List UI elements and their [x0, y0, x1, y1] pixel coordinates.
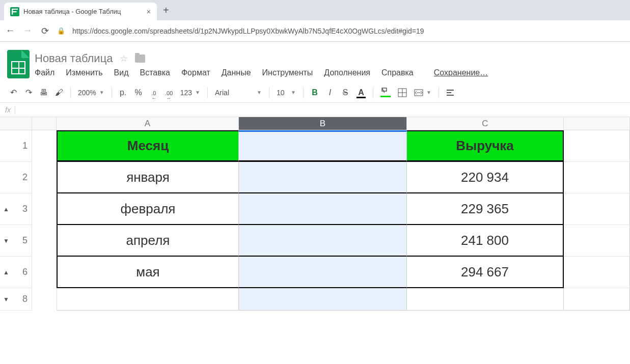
cell-c2[interactable]: 220 934: [407, 162, 564, 193]
cell-b2[interactable]: [239, 162, 407, 193]
increase-decimal-button[interactable]: .00→: [163, 86, 175, 99]
menu-data[interactable]: Данные: [222, 68, 251, 77]
paint-format-button[interactable]: 🖌: [53, 86, 65, 99]
col-header-a[interactable]: A: [57, 117, 239, 130]
tab-title: Новая таблица - Google Таблиц: [23, 8, 143, 15]
menu-edit[interactable]: Изменить: [66, 68, 102, 77]
row-header-3[interactable]: ▲3: [0, 193, 32, 225]
strikethrough-button[interactable]: S: [339, 86, 351, 99]
menu-tools[interactable]: Инструменты: [262, 68, 313, 77]
zoom-select[interactable]: 200%▼: [76, 89, 106, 97]
col-header-c[interactable]: C: [407, 117, 564, 130]
cell-b5[interactable]: [239, 225, 407, 257]
doc-title[interactable]: Новая таблица: [35, 52, 113, 65]
cell-c3[interactable]: 229 365: [407, 193, 564, 225]
cell-d5[interactable]: [564, 225, 630, 257]
align-button[interactable]: [444, 89, 456, 96]
cell-c6[interactable]: 294 667: [407, 257, 564, 288]
back-button[interactable]: ←: [5, 25, 15, 36]
percent-button[interactable]: %: [132, 86, 145, 99]
lock-icon: 🔒: [57, 27, 65, 35]
italic-button[interactable]: I: [324, 86, 336, 99]
browser-tabs: Новая таблица - Google Таблиц × +: [0, 0, 630, 20]
borders-button[interactable]: [396, 86, 409, 99]
cell-c8[interactable]: [407, 288, 564, 311]
menu-addons[interactable]: Дополнения: [324, 68, 370, 77]
cell-b8[interactable]: [239, 288, 407, 311]
text-color-button[interactable]: [354, 86, 368, 99]
cell-d2[interactable]: [564, 162, 630, 193]
row-header-6[interactable]: ▲6: [0, 257, 32, 288]
col-header-spacer: [32, 117, 57, 130]
font-size-select[interactable]: 10▼: [275, 89, 298, 97]
menu-help[interactable]: Справка: [381, 68, 414, 77]
save-status: Сохранение…: [434, 68, 488, 77]
toolbar: ↶ ↷ 🖶 🖌 200%▼ р. % .0← .00→ 123▼ Arial▼ …: [0, 82, 630, 103]
cell-a1[interactable]: Месяц: [57, 130, 239, 162]
fx-icon: fx: [5, 106, 11, 114]
fill-color-button[interactable]: [378, 85, 393, 100]
cell-d3[interactable]: [564, 193, 630, 225]
col-header-b[interactable]: B: [239, 117, 407, 130]
row-header-2[interactable]: 2: [0, 162, 32, 193]
undo-button[interactable]: ↶: [7, 86, 19, 99]
col-header-d[interactable]: [564, 117, 630, 130]
folder-icon[interactable]: [135, 54, 145, 63]
cell-b3[interactable]: [239, 193, 407, 225]
forward-button[interactable]: →: [22, 25, 33, 36]
corner-cell[interactable]: [0, 117, 32, 130]
menu-file[interactable]: Файл: [35, 68, 54, 77]
cell-a6[interactable]: мая: [57, 257, 239, 288]
menu-bar: Файл Изменить Вид Вставка Формат Данные …: [35, 68, 623, 77]
cell-a8[interactable]: [57, 288, 239, 311]
cell-a3[interactable]: февраля: [57, 193, 239, 225]
cell-d1[interactable]: [564, 130, 630, 162]
url-field[interactable]: https://docs.google.com/spreadsheets/d/1…: [72, 27, 625, 35]
spreadsheet-grid: 1 2 ▲3 ▼5 ▲6 ▼8 A B C Месяц Выручка янва…: [0, 117, 630, 311]
cell-b6[interactable]: [239, 257, 407, 288]
row-header-8[interactable]: ▼8: [0, 288, 32, 311]
cell-a2[interactable]: января: [57, 162, 239, 193]
address-bar: ← → ⟳ 🔒 https://docs.google.com/spreadsh…: [0, 20, 630, 42]
star-icon[interactable]: ☆: [120, 53, 128, 64]
merge-button[interactable]: ▼: [412, 89, 433, 96]
menu-insert[interactable]: Вставка: [140, 68, 170, 77]
sheets-header: Новая таблица ☆ Файл Изменить Вид Вставк…: [0, 42, 630, 78]
row-header-1[interactable]: 1: [0, 130, 32, 162]
cell-c1[interactable]: Выручка: [407, 130, 564, 162]
sheets-favicon-icon: [10, 7, 19, 16]
browser-tab[interactable]: Новая таблица - Google Таблиц ×: [4, 3, 157, 20]
menu-view[interactable]: Вид: [114, 68, 129, 77]
row-header-5[interactable]: ▼5: [0, 225, 32, 257]
cell-a5[interactable]: апреля: [57, 225, 239, 257]
number-format-select[interactable]: 123▼: [178, 89, 202, 97]
bold-button[interactable]: B: [309, 86, 321, 99]
menu-format[interactable]: Формат: [181, 68, 210, 77]
cell-d6[interactable]: [564, 257, 630, 288]
cell-c5[interactable]: 241 800: [407, 225, 564, 257]
redo-button[interactable]: ↷: [22, 86, 35, 99]
decrease-decimal-button[interactable]: .0←: [148, 86, 160, 99]
reload-button[interactable]: ⟳: [40, 25, 50, 37]
cell-d8[interactable]: [564, 288, 630, 311]
new-tab-button[interactable]: +: [157, 5, 175, 16]
formula-bar[interactable]: fx: [0, 103, 630, 117]
print-button[interactable]: 🖶: [38, 86, 50, 99]
sheets-logo-icon[interactable]: [7, 50, 30, 78]
currency-button[interactable]: р.: [117, 86, 129, 99]
font-select[interactable]: Arial▼: [213, 89, 264, 97]
cell-b1[interactable]: [239, 130, 407, 162]
close-tab-icon[interactable]: ×: [147, 8, 151, 16]
